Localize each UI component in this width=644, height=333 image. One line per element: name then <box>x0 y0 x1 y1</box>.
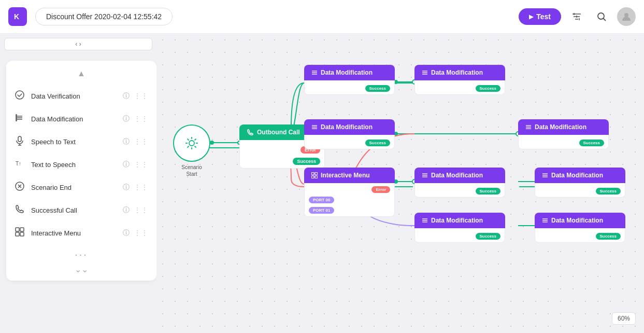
svg-rect-24 <box>16 232 19 236</box>
test-button[interactable]: Test <box>519 8 561 25</box>
svg-line-38 <box>195 146 196 148</box>
sidebar-item-label: Data Verification <box>31 92 123 100</box>
dm1-node[interactable]: Data Modification Success <box>304 65 395 95</box>
dm5-node[interactable]: Data Modification Success <box>414 168 505 198</box>
dm4-node[interactable]: Data Modification Success <box>518 119 609 149</box>
info-icon-1[interactable]: ⓘ <box>123 114 130 123</box>
sidebar-item-label: Interactive Menu <box>31 229 123 237</box>
svg-text:K: K <box>14 12 19 21</box>
canvas[interactable]: ScenarioStart <box>156 34 644 333</box>
scenario-start-node[interactable]: ScenarioStart <box>173 124 210 177</box>
dm1-success-badge: Success <box>365 85 390 92</box>
svg-line-40 <box>195 139 196 141</box>
successful-call-icon <box>15 204 29 216</box>
svg-point-10 <box>624 13 628 17</box>
svg-rect-22 <box>16 228 19 231</box>
header-actions: Test <box>519 7 636 26</box>
sidebar-collapse-icon[interactable]: ▲ <box>75 67 88 80</box>
drag-icon-2[interactable]: ⋮⋮ <box>134 137 148 146</box>
svg-rect-25 <box>20 232 24 236</box>
info-icon-5[interactable]: ⓘ <box>123 205 130 215</box>
info-icon-2[interactable]: ⓘ <box>123 137 130 146</box>
data-modification-icon <box>15 113 29 125</box>
info-icon-4[interactable]: ⓘ <box>123 183 130 192</box>
outbound-call-label: Outbound Call <box>257 129 300 136</box>
dm5-success-badge: Success <box>476 188 500 195</box>
text-to-speech-icon: T↑ <box>15 158 29 171</box>
dm6-node[interactable]: Data Modification Success <box>535 168 625 198</box>
drag-icon-4[interactable]: ⋮⋮ <box>134 183 148 191</box>
sidebar-more-icon[interactable]: ··· <box>75 248 88 260</box>
success-badge: Success <box>293 158 320 165</box>
port01-badge: PORT 01 <box>309 207 334 214</box>
data-verification-icon <box>15 90 29 102</box>
dm4-header: Data Modification <box>518 119 609 135</box>
dm3-node[interactable]: Data Modification Success <box>304 119 395 149</box>
svg-text:T↑: T↑ <box>16 161 21 166</box>
sidebar-item-data-modification[interactable]: Data Modification ⓘ ⋮⋮ <box>6 107 156 130</box>
svg-line-37 <box>188 139 189 141</box>
svg-line-39 <box>188 146 189 148</box>
svg-point-8 <box>598 13 604 19</box>
dm7-node[interactable]: Data Modification Success <box>414 213 505 243</box>
dm7-header: Data Modification <box>414 213 505 228</box>
svg-point-11 <box>16 91 24 99</box>
sidebar-expand-icon[interactable]: ⌄⌄ <box>75 265 88 274</box>
sidebar-item-successful-call[interactable]: Successful Call ⓘ ⋮⋮ <box>6 199 156 221</box>
dm1-header: Data Modification <box>304 65 395 80</box>
dm2-header: Data Modification <box>414 65 505 80</box>
sidebar-item-speech-to-text[interactable]: Speech to Text ⓘ ⋮⋮ <box>6 130 156 153</box>
filter-icon[interactable] <box>567 7 586 26</box>
sidebar-item-label: Scenario End <box>31 184 123 191</box>
svg-rect-71 <box>315 176 318 178</box>
logo-icon: K <box>8 7 27 26</box>
dm2-node[interactable]: Data Modification Success <box>414 65 505 95</box>
info-icon-6[interactable]: ⓘ <box>123 228 130 238</box>
scenario-start-circle <box>173 124 210 162</box>
dm4-success-badge: Success <box>579 140 604 146</box>
dm6-success-badge: Success <box>596 188 621 195</box>
svg-rect-68 <box>312 173 314 175</box>
sidebar-item-label: Text to Speech <box>31 161 123 169</box>
info-icon-0[interactable]: ⓘ <box>123 91 130 101</box>
drag-icon-3[interactable]: ⋮⋮ <box>134 160 148 169</box>
svg-rect-70 <box>312 176 314 178</box>
sidebar-item-interactive-menu[interactable]: Interactive Menu ⓘ ⋮⋮ <box>6 221 156 244</box>
sidebar-item-data-verification[interactable]: Data Verification ⓘ ⋮⋮ <box>6 85 156 107</box>
drag-icon-6[interactable]: ⋮⋮ <box>134 229 148 237</box>
sidebar-item-text-to-speech[interactable]: T↑ Text to Speech ⓘ ⋮⋮ <box>6 153 156 176</box>
svg-rect-15 <box>18 136 21 142</box>
interactive-menu-icon <box>15 227 29 239</box>
interactive-menu-node[interactable]: Interactive Menu Error PORT 00 PORT 01 <box>304 168 395 217</box>
sidebar-item-label: Data Modification <box>31 115 123 123</box>
avatar[interactable] <box>617 7 636 26</box>
dm7-success-badge: Success <box>476 233 500 240</box>
document-title[interactable]: Discount Offer 2020-02-04 12:55:42 <box>35 8 173 25</box>
dm8-node[interactable]: Data Modification Success <box>535 213 625 243</box>
interactive-error-badge: Error <box>371 186 390 193</box>
port00-badge: PORT 00 <box>309 197 334 203</box>
svg-point-32 <box>189 141 194 146</box>
sidebar-toggle-button[interactable]: ‹ › <box>4 38 152 50</box>
drag-icon-1[interactable]: ⋮⋮ <box>134 115 148 123</box>
sidebar-item-label: Successful Call <box>31 206 123 214</box>
dm3-header: Data Modification <box>304 119 395 135</box>
sidebar: ▲ Data Verification ⓘ ⋮⋮ <box>6 61 156 281</box>
sidebar-item-scenario-end[interactable]: Scenario End ⓘ ⋮⋮ <box>6 176 156 199</box>
scenario-start-label: ScenarioStart <box>181 164 202 177</box>
speech-to-text-icon <box>15 135 29 148</box>
search-icon[interactable] <box>592 7 611 26</box>
main-layout: ‹ › ▲ Data Verification ⓘ ⋮⋮ <box>0 34 644 333</box>
dm8-success-badge: Success <box>596 233 621 240</box>
drag-icon-0[interactable]: ⋮⋮ <box>134 92 148 100</box>
svg-rect-69 <box>315 173 318 175</box>
scenario-end-icon <box>15 181 29 193</box>
dm5-header: Data Modification <box>414 168 505 183</box>
drag-icon-5[interactable]: ⋮⋮ <box>134 206 148 214</box>
dm3-success-badge: Success <box>365 140 390 146</box>
zoom-indicator: 60% <box>612 312 636 325</box>
info-icon-3[interactable]: ⓘ <box>123 160 130 169</box>
svg-point-42 <box>210 141 214 145</box>
interactive-menu-header: Interactive Menu <box>304 168 395 183</box>
header: K Discount Offer 2020-02-04 12:55:42 Tes… <box>0 0 644 34</box>
